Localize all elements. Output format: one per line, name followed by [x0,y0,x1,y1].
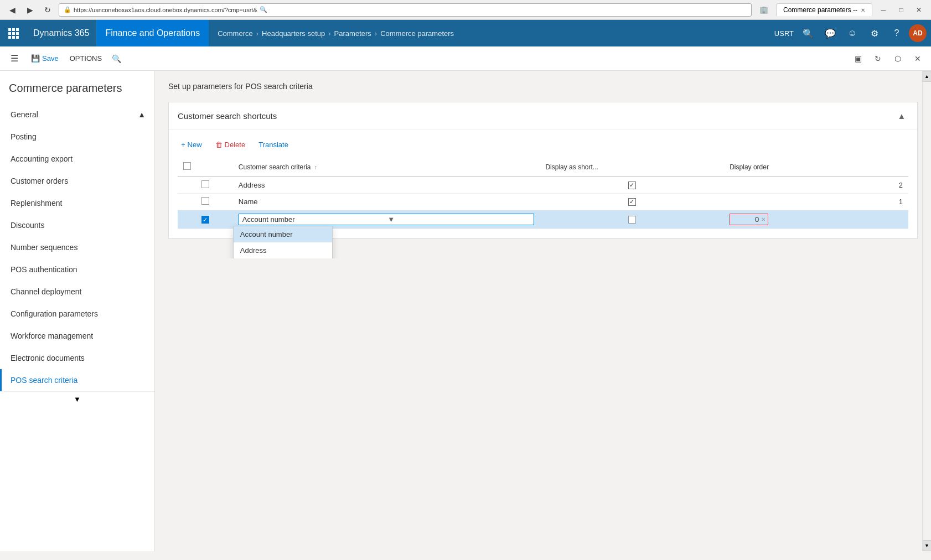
top-navigation: Dynamics 365 Finance and Operations Comm… [0,20,931,46]
user-avatar[interactable]: AD [909,24,927,42]
table-actions: + New 🗑 Delete Translate [178,138,908,151]
window-close-button[interactable]: ✕ [911,4,927,15]
section-collapse-button[interactable]: ▲ [895,109,908,122]
breadcrumb-commerce[interactable]: Commerce [218,29,253,38]
dropdown-option-address[interactable]: Address [234,242,332,258]
sidebar-item-workforce-management[interactable]: Workforce management [0,325,154,347]
options-label: OPTIONS [70,54,102,63]
row-display-order-cell-selected[interactable]: 0 ✕ [724,210,908,229]
smiley-button[interactable]: ☺ [842,23,862,43]
tab-title: Commerce parameters -- [783,6,857,14]
order-clear-button[interactable]: ✕ [761,216,766,222]
translate-button[interactable]: Translate [255,138,292,151]
sidebar-item-replenishment[interactable]: Replenishment [0,192,154,214]
search-button[interactable]: 🔍 [798,23,818,43]
panel-toggle-button[interactable]: ▣ [849,50,867,68]
nav-scroll-down-button[interactable]: ▼ [0,391,154,407]
display-short-checkbox[interactable] [628,182,636,189]
row-checkbox[interactable] [201,180,209,188]
breadcrumb-parameters[interactable]: Parameters [334,29,371,38]
browser-extra-icons: 🏢 [759,6,768,14]
select-all-checkbox[interactable] [183,162,191,170]
section-title: Customer search shortcuts [178,111,277,121]
toolbar-search-button[interactable]: 🔍 [108,51,124,66]
dropdown-option-account-number[interactable]: Account number [234,226,332,242]
brand-section: Dynamics 365 Finance and Operations [27,20,209,46]
col-header-check [178,158,233,177]
save-button[interactable]: 💾 Save [27,52,63,65]
content-header: Set up parameters for POS search criteri… [168,82,918,91]
row-display-short-cell-selected[interactable] [540,210,724,229]
row-criteria-cell[interactable]: Address [233,177,540,194]
sidebar-item-pos-authentication[interactable]: POS authentication [0,258,154,281]
display-short-checkbox[interactable] [628,198,636,206]
brand-dynamics365[interactable]: Dynamics 365 [27,20,96,46]
breadcrumb-hq-setup[interactable]: Headquarters setup [262,29,325,38]
row-criteria-cell[interactable]: Name [233,194,540,210]
criteria-dropdown[interactable]: Account number ▼ [239,214,535,225]
content-wrapper: Set up parameters for POS search criteri… [155,71,931,551]
row-check-cell[interactable] [178,177,233,194]
row-display-short-cell[interactable] [540,194,724,210]
new-plus-icon: + [181,141,185,149]
hamburger-menu-button[interactable]: ☰ [4,49,24,69]
brand-finance-operations[interactable]: Finance and Operations [96,20,209,46]
breadcrumb-sep-1: › [256,29,258,38]
sidebar-item-general[interactable]: General ▲ [0,103,154,126]
row-checkbox[interactable] [201,197,209,205]
sidebar-item-configuration-parameters[interactable]: Configuration parameters [0,303,154,325]
display-short-checkbox-active[interactable] [628,216,636,224]
new-label: New [188,141,202,149]
app-menu-button[interactable] [0,20,27,46]
new-button[interactable]: + New [178,138,205,151]
forward-button[interactable]: ▶ [22,2,38,18]
row-display-short-cell[interactable] [540,177,724,194]
active-tab[interactable]: Commerce parameters -- ✕ [776,3,872,16]
row-criteria-dropdown-cell[interactable]: Account number ▼ Account number Address … [233,210,540,229]
display-order-input[interactable]: 0 ✕ [730,214,768,225]
scroll-up-button[interactable]: ▲ [923,71,932,82]
section-content: + New 🗑 Delete Translate [169,129,917,238]
table-row[interactable]: Address 2 [178,177,908,194]
sidebar-item-electronic-documents[interactable]: Electronic documents [0,347,154,369]
toolbar-refresh-button[interactable]: ↻ [869,50,887,68]
col-header-criteria[interactable]: Customer search criteria ↑ [233,158,540,177]
sidebar-item-accounting-export[interactable]: Accounting export [0,148,154,170]
col-header-display-order: Display order [724,158,908,177]
scroll-down-button[interactable]: ▼ [923,540,932,551]
sidebar-item-number-sequences[interactable]: Number sequences [0,236,154,258]
tab-close-button[interactable]: ✕ [861,7,865,13]
window-maximize-button[interactable]: □ [893,4,909,15]
criteria-dropdown-popup: Account number Address Default Email Loy… [233,226,333,258]
breadcrumb-commerce-params[interactable]: Commerce parameters [380,29,454,38]
row-check-cell-selected[interactable] [178,210,233,229]
delete-label: Delete [225,141,246,149]
sidebar-item-pos-search-criteria[interactable]: POS search criteria [0,369,154,391]
tab-area: Commerce parameters -- ✕ [776,3,872,16]
chat-button[interactable]: 💬 [820,23,840,43]
table-row-selected[interactable]: Account number ▼ Account number Address … [178,210,908,229]
scroll-down-icon: ▼ [74,395,81,403]
row-check-cell[interactable] [178,194,233,210]
sidebar-item-discounts[interactable]: Discounts [0,214,154,236]
table-row[interactable]: Name 1 [178,194,908,210]
settings-button[interactable]: ⚙ [865,23,885,43]
toolbar-close-button[interactable]: ✕ [909,50,927,68]
sidebar-item-customer-orders[interactable]: Customer orders [0,170,154,192]
row-display-order-cell: 1 [724,194,908,210]
row-checkbox-selected[interactable] [201,216,209,224]
open-in-new-button[interactable]: ⬡ [889,50,907,68]
sidebar-item-channel-deployment[interactable]: Channel deployment [0,281,154,303]
browser-controls: ◀ ▶ ↻ [4,2,55,18]
delete-button[interactable]: 🗑 Delete [212,138,249,151]
save-label: Save [42,54,59,63]
refresh-button[interactable]: ↻ [40,2,55,18]
help-button[interactable]: ? [887,23,907,43]
window-minimize-button[interactable]: ─ [876,4,891,15]
browser-chrome: ◀ ▶ ↻ 🔒 https://usnconeboxax1aos.cloud.o… [0,0,931,20]
address-bar[interactable]: 🔒 https://usnconeboxax1aos.cloud.onebox.… [59,3,752,17]
back-button[interactable]: ◀ [4,2,20,18]
options-button[interactable]: OPTIONS [65,52,107,65]
sidebar-item-posting[interactable]: Posting [0,126,154,148]
breadcrumb: Commerce › Headquarters setup › Paramete… [209,29,774,38]
